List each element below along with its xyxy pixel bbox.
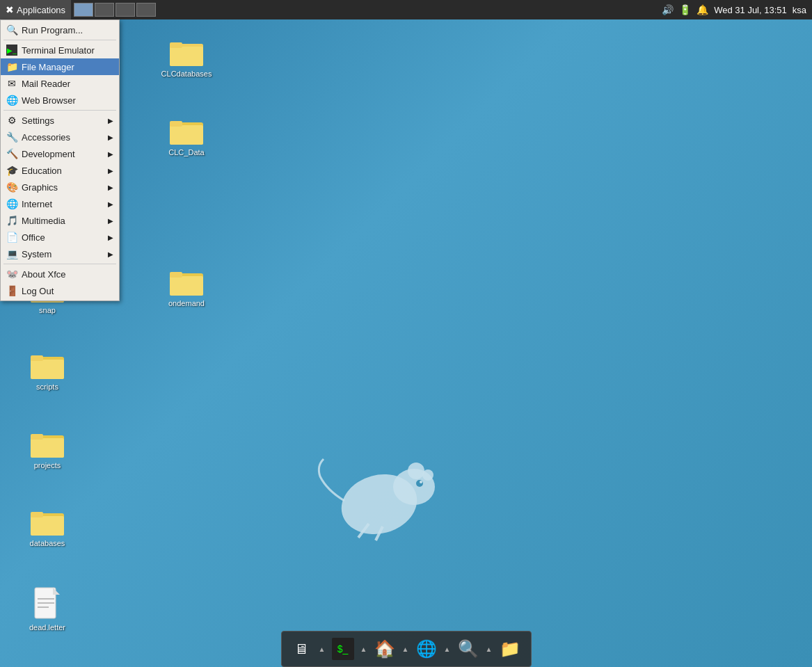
menu-item-office[interactable]: 📄 Office ▶	[1, 229, 119, 246]
taskbar-search-icon: 🔍	[458, 639, 479, 659]
applications-menu-button[interactable]: ✖ Applications	[0, 0, 71, 19]
multimedia-icon: 🎵	[6, 215, 17, 226]
volume-icon[interactable]: 🔊	[662, 4, 674, 15]
taskbar-terminal-icon: $_	[332, 638, 354, 660]
home-arrow[interactable]: ▲	[401, 634, 410, 664]
menu-item-terminal[interactable]: ▶_ Terminal Emulator	[1, 42, 119, 58]
menu-item-run-program[interactable]: 🔍 Run Program...	[1, 22, 119, 38]
icon-label-dead-letter: dead.letter	[27, 622, 67, 633]
menu-item-mail-reader[interactable]: ✉ Mail Reader	[1, 75, 119, 92]
battery-icon[interactable]: 🔋	[679, 4, 691, 15]
pager-arrow[interactable]: ▲	[318, 634, 326, 664]
log-out-icon: 🚪	[6, 285, 17, 296]
svg-rect-12	[170, 272, 182, 278]
menu-item-terminal-label: Terminal Emulator	[22, 45, 95, 56]
taskbar-search[interactable]: 🔍	[453, 634, 484, 664]
system-icon: 💻	[6, 248, 17, 259]
menu-item-file-manager-label: File Manager	[22, 62, 74, 72]
menu-item-multimedia[interactable]: 🎵 Multimedia ▶	[1, 212, 119, 229]
desktop-icon-clc-data[interactable]: CLC_Data	[159, 117, 214, 158]
terminal-arrow[interactable]: ▲	[360, 634, 368, 664]
menu-item-development[interactable]: 🔨 Development ▶	[1, 145, 119, 162]
menu-item-about-xfce[interactable]: 🐭 About Xfce	[1, 266, 119, 282]
icon-label-clc-data: CLC_Data	[166, 147, 206, 158]
web-arrow[interactable]: ▲	[443, 634, 452, 664]
workspace-3[interactable]	[116, 3, 135, 17]
svg-rect-11	[170, 276, 203, 296]
menu-item-web-browser[interactable]: 🌐 Web Browser	[1, 92, 119, 109]
internet-arrow: ▶	[108, 200, 113, 208]
accessories-arrow: ▶	[108, 134, 113, 141]
menu-item-settings[interactable]: ⚙ Settings ▶	[1, 112, 119, 129]
office-icon: 📄	[6, 232, 17, 243]
menu-item-log-out-label: Log Out	[22, 286, 54, 296]
taskbar-home-folder[interactable]: 🏠	[369, 634, 400, 664]
svg-rect-3	[170, 42, 182, 48]
taskbar-right: 🔊 🔋 🔔 Wed 31 Jul, 13:51 ksa	[662, 4, 812, 15]
menu-item-file-manager[interactable]: 📁 File Manager	[1, 58, 119, 75]
internet-icon: 🌐	[6, 198, 17, 209]
desktop-icon-dead-letter[interactable]: dead.letter	[19, 586, 75, 633]
svg-rect-6	[170, 121, 182, 127]
education-arrow: ▶	[108, 167, 113, 175]
taskbar-pager[interactable]: 🖥	[286, 634, 317, 664]
menu-item-development-label: Development	[22, 149, 75, 159]
menu-item-education-label: Education	[22, 166, 62, 176]
about-xfce-icon: 🐭	[6, 268, 17, 280]
folder-icon-scripts	[31, 351, 64, 379]
taskbar-file-manager[interactable]: 📁	[495, 634, 525, 664]
desktop-icon-scripts[interactable]: scripts	[19, 351, 75, 392]
xfce-icon: ✖	[6, 4, 14, 15]
desktop-icon-databases[interactable]: databases	[19, 508, 75, 549]
taskbar-top: ✖ Applications 🔊 🔋 🔔 Wed 31 Jul, 13:51 k…	[0, 0, 812, 19]
settings-icon: ⚙	[6, 115, 17, 126]
separator-1	[3, 40, 116, 40]
menu-item-graphics-label: Graphics	[22, 182, 58, 193]
desktop	[0, 0, 812, 667]
graphics-arrow: ▶	[108, 184, 113, 191]
menu-item-multimedia-label: Multimedia	[22, 216, 65, 226]
system-arrow: ▶	[108, 250, 113, 258]
workspace-2[interactable]	[95, 3, 114, 17]
svg-rect-21	[31, 512, 43, 517]
multimedia-arrow: ▶	[108, 217, 113, 225]
datetime-label: Wed 31 Jul, 13:51	[714, 5, 787, 15]
taskbar-web-browser[interactable]: 🌐	[411, 634, 442, 664]
taskbar-web-icon: 🌐	[416, 639, 437, 659]
terminal-icon: ▶_	[6, 45, 17, 56]
accessories-icon: 🔧	[6, 131, 17, 143]
folder-icon-projects	[31, 430, 64, 458]
menu-item-about-xfce-label: About Xfce	[22, 269, 66, 280]
desktop-icon-clcdatabases[interactable]: CLCdatabases	[159, 38, 214, 79]
notification-icon[interactable]: 🔔	[696, 4, 708, 15]
menu-item-graphics[interactable]: 🎨 Graphics ▶	[1, 179, 119, 195]
menu-item-run-program-label: Run Program...	[22, 25, 83, 35]
workspace-1[interactable]	[74, 3, 93, 17]
settings-arrow: ▶	[108, 117, 113, 124]
menu-item-accessories[interactable]: 🔧 Accessories ▶	[1, 129, 119, 145]
icon-label-snap: snap	[37, 305, 58, 316]
workspace-4[interactable]	[136, 3, 156, 17]
icon-label-databases: databases	[28, 538, 67, 549]
menu-item-education[interactable]: 🎓 Education ▶	[1, 162, 119, 179]
search-arrow[interactable]: ▲	[485, 634, 493, 664]
taskbar-bottom: 🖥 ▲ $_ ▲ 🏠 ▲ 🌐 ▲ 🔍 ▲ 📁	[281, 631, 532, 667]
svg-marker-23	[53, 588, 60, 595]
menu-item-system[interactable]: 💻 System ▶	[1, 246, 119, 262]
menu-item-web-browser-label: Web Browser	[22, 95, 76, 106]
menu-item-mail-reader-label: Mail Reader	[22, 79, 70, 89]
desktop-icon-projects[interactable]: projects	[19, 430, 75, 471]
menu-item-accessories-label: Accessories	[22, 132, 70, 143]
home-folder-icon: 🏠	[374, 639, 395, 659]
taskbar-terminal[interactable]: $_	[328, 634, 358, 664]
mail-icon: ✉	[6, 78, 17, 89]
icon-label-ondemand: ondemand	[166, 298, 207, 309]
office-arrow: ▶	[108, 234, 113, 241]
menu-item-log-out[interactable]: 🚪 Log Out	[1, 282, 119, 299]
folder-icon-ondemand	[170, 268, 203, 296]
desktop-icon-ondemand[interactable]: ondemand	[159, 268, 214, 309]
menu-item-internet[interactable]: 🌐 Internet ▶	[1, 195, 119, 212]
file-manager-icon: 📁	[6, 61, 17, 72]
development-icon: 🔨	[6, 148, 17, 159]
svg-rect-17	[31, 438, 64, 458]
